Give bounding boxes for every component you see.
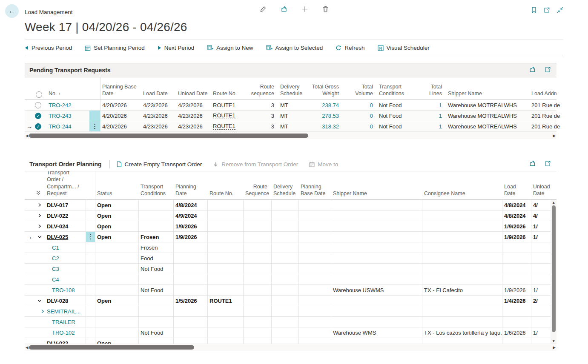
toolbar-button-refresh[interactable]: Refresh (336, 45, 364, 51)
share-button[interactable] (281, 6, 287, 14)
route-drilldown[interactable]: ROUTE1 (213, 123, 235, 130)
column-header-consignee_name[interactable]: Consignee Name (422, 190, 502, 199)
share-button[interactable] (529, 160, 536, 168)
value-link[interactable]: 318.32 (322, 123, 339, 130)
scroll-left-icon[interactable]: ◀ (26, 134, 29, 138)
edit-button[interactable] (260, 6, 266, 14)
toolbar-button-assign-to-new[interactable]: Assign to New (207, 45, 253, 51)
record-link[interactable]: DLV-025 (47, 234, 68, 240)
pending-horizontal-scrollbar[interactable]: ◀ ▶ (25, 132, 556, 139)
scrollbar-thumb[interactable] (29, 134, 308, 138)
record-link[interactable]: DLV-017 (47, 202, 68, 208)
column-header-planning_base_date[interactable]: Planning Base Date (100, 83, 141, 100)
ellipsis-menu-icon[interactable] (90, 234, 91, 240)
chevron-right-icon[interactable] (34, 306, 45, 316)
record-link[interactable]: DLV-032 (47, 340, 68, 344)
planning-row-TRAILER[interactable]: TRAILER (25, 317, 556, 327)
record-link[interactable]: DLV-024 (47, 223, 68, 230)
planning-row-C2[interactable]: C2Food (25, 253, 556, 264)
column-header-route_sequence[interactable]: Route sequence (244, 83, 278, 100)
column-header-unload_date[interactable]: Unload Date (531, 183, 556, 200)
back-button[interactable]: ← (5, 4, 19, 18)
column-header-route_no[interactable]: Route No. (208, 190, 244, 199)
row-menu[interactable] (86, 232, 95, 242)
scroll-right-icon[interactable]: ▶ (553, 134, 556, 138)
scrollbar-thumb[interactable] (552, 205, 556, 332)
row-menu[interactable] (89, 121, 100, 131)
planning-row-C3[interactable]: C3Not Food (25, 264, 556, 274)
planning-row-DLV-028[interactable]: DLV-028Open1/5/2026ROUTE11/4/20262/ (25, 296, 556, 306)
toolbar-button-next-period[interactable]: Next Period (158, 45, 195, 51)
scroll-down-icon[interactable]: ▼ (552, 339, 555, 343)
record-link[interactable]: TRO-244 (49, 123, 71, 130)
value-link[interactable]: 278.53 (322, 113, 339, 119)
action-create-empty-transport-order[interactable]: Create Empty Transport Order (117, 161, 202, 168)
record-link[interactable]: TRO-108 (52, 287, 75, 293)
column-header-load_date[interactable]: Load Date (141, 90, 176, 100)
pending-row-TRO-242[interactable]: TRO-2424/20/20264/23/20264/23/2026ROUTE1… (25, 100, 556, 111)
chevron-right-icon[interactable] (34, 200, 45, 210)
collapse-all-button[interactable] (34, 190, 45, 199)
chev-right-icon[interactable] (37, 213, 42, 218)
share-button[interactable] (529, 66, 536, 74)
record-link[interactable]: DLV-028 (47, 298, 68, 304)
record-link[interactable]: SEMITRAIL... (47, 308, 80, 315)
planning-row-TRO-108[interactable]: TRO-108Not FoodWarehouse USWMSTX - El Ca… (25, 285, 556, 296)
column-header-total_volume[interactable]: Total Volume (343, 83, 377, 100)
collapse-all-icon[interactable] (36, 190, 41, 196)
value-link[interactable]: 0 (370, 102, 373, 108)
column-header-unload_date[interactable]: Unload Date (176, 90, 211, 100)
column-header-transport_conditions[interactable]: Transport Conditions (377, 83, 416, 100)
open-in-new-window-button[interactable] (545, 160, 551, 168)
open-in-new-window-button[interactable] (544, 7, 550, 14)
chev-right-icon[interactable] (40, 309, 45, 313)
column-header-status[interactable]: Status (95, 190, 139, 199)
toolbar-button-assign-to-selected[interactable]: Assign to Selected (266, 45, 323, 51)
collapse-button[interactable] (557, 7, 563, 14)
planning-row-DLV-022[interactable]: DLV-022Open4/9/20244/8/20244/ (25, 210, 556, 221)
record-link[interactable]: C2 (52, 255, 59, 262)
row-checkbox[interactable]: ✓ (35, 113, 41, 119)
planning-vertical-scrollbar[interactable]: ▲▼ (551, 200, 556, 344)
scroll-up-icon[interactable]: ▲ (552, 201, 555, 205)
planning-row-DLV-017[interactable]: DLV-017Open4/8/20244/8/20244/ (25, 200, 556, 210)
value-link[interactable]: 238.74 (322, 102, 339, 108)
column-header-delivery_schedule[interactable]: Delivery Schedule (272, 183, 299, 200)
chevron-right-icon[interactable] (34, 221, 45, 231)
toolbar-button-previous-period[interactable]: Previous Period (25, 45, 72, 51)
row-checkbox[interactable] (35, 102, 41, 108)
chevron-down-icon[interactable] (34, 296, 45, 306)
bookmark-button[interactable] (531, 7, 536, 14)
chev-right-icon[interactable] (37, 203, 42, 207)
select-all-checkbox[interactable] (36, 91, 42, 98)
planning-row-C1[interactable]: C1Frosen (25, 242, 556, 253)
chev-down-icon[interactable] (37, 235, 42, 239)
column-header-total_gross_weight[interactable]: Total Gross Weight (305, 83, 343, 100)
column-header-shipper_name[interactable]: Shipper Name (331, 190, 422, 199)
record-link[interactable]: TRAILER (52, 319, 75, 325)
value-link[interactable]: 0 (370, 113, 373, 119)
column-header-shipper_name[interactable]: Shipper Name (446, 90, 530, 100)
record-link[interactable]: DLV-022 (47, 213, 68, 219)
route-drilldown[interactable]: ROUTE1 (213, 112, 235, 119)
scrollbar-thumb[interactable] (29, 345, 194, 350)
pending-row-TRO-243[interactable]: ✓TRO-2434/20/20264/23/20264/23/2026ROUTE… (25, 111, 556, 121)
toolbar-button-set-planning-period[interactable]: Set Planning Period (85, 45, 144, 51)
planning-row-DLV-032[interactable]: DLV-032Open (25, 338, 556, 344)
record-link[interactable]: TRO-102 (52, 330, 75, 336)
open-in-new-window-button[interactable] (545, 66, 551, 74)
planning-row-DLV-025[interactable]: →DLV-025OpenFrosen1/9/20261/9/20261/ (25, 232, 556, 242)
column-header-planning_base_date[interactable]: Planning Base Date (299, 183, 331, 200)
new-button[interactable] (301, 6, 308, 14)
value-link[interactable]: 1 (439, 102, 442, 108)
delete-button[interactable] (322, 6, 328, 14)
planning-row-C4[interactable]: C4 (25, 274, 556, 285)
ellipsis-menu-icon[interactable] (94, 124, 95, 129)
column-header-route_sequence[interactable]: Route Sequence (244, 183, 272, 200)
record-link[interactable]: TRO-242 (49, 102, 71, 108)
scroll-right-icon[interactable]: ▶ (553, 346, 556, 350)
record-link[interactable]: C1 (52, 245, 59, 251)
row-checkbox[interactable]: ✓ (35, 123, 41, 130)
toolbar-button-visual-scheduler[interactable]: Visual Scheduler (378, 45, 430, 51)
planning-row-DLV-024[interactable]: DLV-024Open1/9/20261/9/20261/ (25, 221, 556, 232)
